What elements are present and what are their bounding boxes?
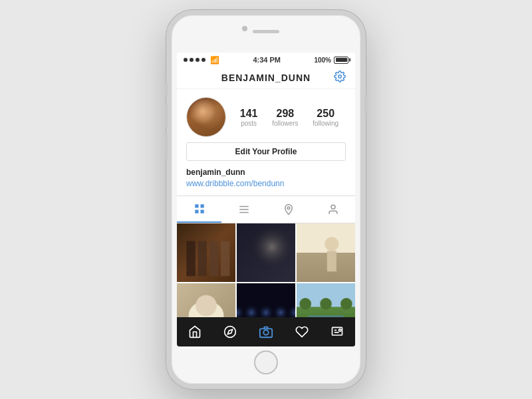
photo-cell[interactable] bbox=[237, 223, 295, 282]
volume-down-button[interactable] bbox=[165, 134, 168, 159]
nav-activity[interactable] bbox=[290, 320, 314, 344]
profile-username: BENJAMIN_DUNN bbox=[221, 72, 311, 83]
profile-info-row: 141 posts 298 followers 250 following bbox=[177, 89, 355, 142]
edit-profile-btn-row: Edit Your Profile bbox=[177, 142, 355, 166]
posts-label: posts bbox=[240, 120, 258, 127]
stat-posts: 141 posts bbox=[240, 108, 258, 127]
svg-marker-11 bbox=[228, 329, 233, 334]
avatar bbox=[186, 97, 226, 137]
stat-followers[interactable]: 298 followers bbox=[272, 108, 298, 127]
svg-point-0 bbox=[338, 75, 342, 78]
svg-rect-1 bbox=[195, 204, 198, 207]
signal-dot-1 bbox=[184, 58, 188, 62]
wifi-icon: 📶 bbox=[210, 56, 219, 65]
volume-up-button[interactable] bbox=[165, 103, 168, 128]
photo-cell[interactable] bbox=[297, 223, 355, 282]
status-time: 4:34 PM bbox=[253, 56, 281, 64]
following-count: 250 bbox=[313, 108, 338, 120]
svg-rect-3 bbox=[195, 210, 198, 213]
svg-point-9 bbox=[331, 205, 335, 209]
nav-profile[interactable] bbox=[325, 320, 349, 344]
signal-dot-3 bbox=[196, 58, 200, 62]
battery-indicator: 100% bbox=[314, 57, 348, 64]
following-label: following bbox=[313, 120, 338, 127]
settings-icon[interactable] bbox=[334, 70, 346, 85]
phone-frame: 📶 4:34 PM 100% BENJAMIN_DUNN bbox=[166, 10, 366, 389]
nav-camera[interactable] bbox=[254, 320, 278, 344]
bio-link[interactable]: www.dribbble.com/bendunn bbox=[186, 179, 284, 188]
tab-location[interactable] bbox=[266, 196, 311, 223]
profile-header: BENJAMIN_DUNN bbox=[177, 67, 355, 89]
svg-point-10 bbox=[225, 327, 236, 338]
stat-following[interactable]: 250 following bbox=[313, 108, 338, 127]
avatar-image bbox=[187, 98, 225, 136]
battery-percent: 100% bbox=[314, 57, 331, 64]
phone-device: 📶 4:34 PM 100% BENJAMIN_DUNN bbox=[166, 10, 366, 389]
battery-fill bbox=[336, 58, 347, 62]
phone-screen: 📶 4:34 PM 100% BENJAMIN_DUNN bbox=[177, 53, 355, 346]
bio-name: benjamin_dunn bbox=[186, 168, 346, 177]
battery-bar bbox=[334, 57, 348, 64]
photo-cell[interactable] bbox=[177, 223, 235, 282]
power-button[interactable] bbox=[364, 95, 367, 114]
mute-button[interactable] bbox=[165, 82, 168, 96]
svg-rect-4 bbox=[200, 210, 203, 213]
nav-explore[interactable] bbox=[218, 320, 242, 344]
svg-point-8 bbox=[287, 207, 290, 209]
status-bar: 📶 4:34 PM 100% bbox=[177, 53, 355, 67]
signal-indicator: 📶 bbox=[184, 56, 219, 65]
home-button[interactable] bbox=[254, 350, 278, 374]
edit-profile-button[interactable]: Edit Your Profile bbox=[186, 142, 346, 161]
tab-list[interactable] bbox=[221, 196, 266, 223]
svg-point-17 bbox=[339, 329, 341, 331]
stats-area: 141 posts 298 followers 250 following bbox=[233, 108, 346, 127]
bottom-nav bbox=[177, 317, 355, 346]
svg-rect-2 bbox=[200, 204, 203, 207]
bio-section: benjamin_dunn www.dribbble.com/bendunn bbox=[177, 166, 355, 196]
svg-point-13 bbox=[263, 330, 268, 334]
signal-dot-2 bbox=[190, 58, 194, 62]
posts-count: 141 bbox=[240, 108, 258, 120]
front-camera bbox=[242, 26, 247, 31]
signal-dot-4 bbox=[201, 58, 205, 62]
nav-home[interactable] bbox=[183, 320, 207, 344]
followers-count: 298 bbox=[272, 108, 298, 120]
photo-tab-bar bbox=[177, 196, 355, 223]
tab-person[interactable] bbox=[311, 196, 355, 223]
speaker bbox=[253, 30, 279, 33]
tab-grid[interactable] bbox=[177, 196, 221, 223]
followers-label: followers bbox=[272, 120, 298, 127]
